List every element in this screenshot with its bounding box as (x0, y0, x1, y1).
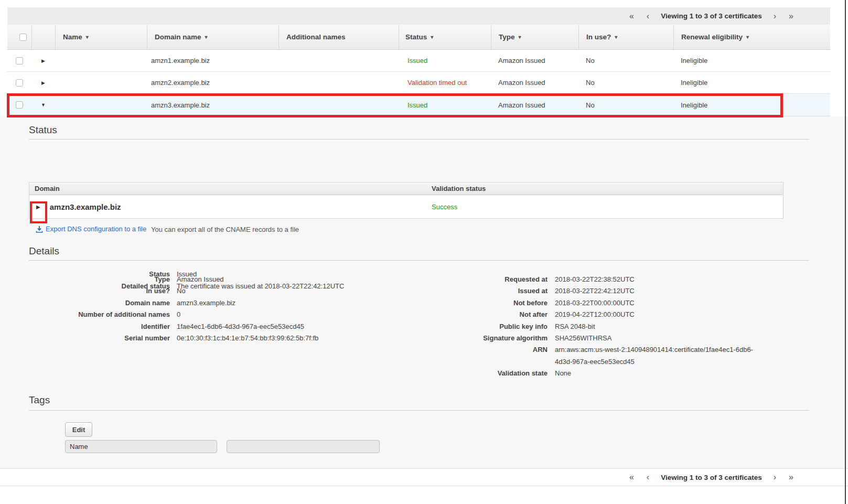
cell-additional-names (278, 72, 399, 93)
tag-value-field[interactable] (227, 440, 380, 453)
detail-value: SHA256WITHRSA (555, 333, 611, 344)
detail-value: 0 (177, 309, 180, 320)
select-all-checkbox[interactable] (19, 34, 27, 41)
detail-value: No (177, 285, 186, 297)
cell-status: Issued (399, 94, 491, 116)
detail-value: 0e:10:30:f3:1c:b4:1e:b7:54:bb:f3:99:62:5… (177, 333, 318, 344)
row-checkbox[interactable] (16, 101, 23, 109)
table-row-amzn2: ▶ amzn2.example.biz Validation timed out… (7, 72, 830, 94)
pagination: « ‹ Viewing 1 to 3 of 3 certificates › » (623, 473, 800, 481)
detail-value: amzn3.example.biz (177, 297, 235, 309)
last-page-icon[interactable]: » (782, 473, 800, 481)
domain-row: ▶ amzn3.example.biz Success (29, 195, 783, 218)
detail-value: RSA 2048-bit (555, 321, 595, 333)
detail-label: In use? (29, 285, 170, 297)
sort-icon: ▾ (431, 34, 433, 40)
domain-validation-table: Domain Validation status ▶ amzn3.example… (29, 182, 783, 219)
domain-name: amzn3.example.biz (50, 202, 121, 211)
cell-in-use: No (578, 72, 673, 93)
bottom-pagination-bar: « ‹ Viewing 1 to 3 of 3 certificates › » (0, 468, 848, 486)
row-checkbox[interactable] (16, 79, 23, 87)
detail-label: Signature algorithm (446, 333, 548, 344)
cell-additional-names (278, 50, 399, 71)
validation-status-value: Success (432, 203, 457, 211)
cell-in-use: No (578, 50, 673, 71)
detail-value: 2018-03-22T22:38:52UTC (555, 274, 635, 285)
sort-icon: ▾ (205, 34, 208, 40)
next-page-icon[interactable]: › (767, 12, 782, 20)
cell-status: Validation timed out (399, 72, 491, 93)
top-pagination-bar: « ‹ Viewing 1 to 3 of 3 certificates › » (7, 7, 830, 25)
export-hint-text: You can export all of the CNAME records … (151, 226, 299, 233)
detail-label: Public key info (446, 321, 548, 333)
detail-label: Domain name (29, 297, 170, 309)
cell-type: Amazon Issued (491, 72, 578, 93)
detail-label: Not after (446, 309, 548, 320)
pagination: « ‹ Viewing 1 to 3 of 3 certificates › » (623, 12, 800, 20)
pagination-label: Viewing 1 to 3 of 3 certificates (661, 474, 762, 481)
detail-label: ARN (446, 344, 548, 356)
domain-table-header: Domain Validation status (29, 183, 783, 195)
sort-icon: ▾ (746, 34, 749, 40)
expand-domain-icon[interactable]: ▶ (36, 204, 40, 210)
detail-label: Identifier (29, 321, 170, 333)
pagination-label: Viewing 1 to 3 of 3 certificates (661, 12, 762, 20)
detail-value: 2018-03-22T22:42:12UTC (555, 285, 635, 297)
detail-label: Not before (446, 297, 548, 309)
status-section-title: Status (29, 124, 57, 136)
sort-icon: ▾ (519, 34, 521, 40)
detail-label: Issued at (446, 285, 548, 297)
header-in-use[interactable]: In use?▾ (578, 25, 673, 49)
expand-row-icon[interactable]: ▶ (41, 58, 45, 63)
row-checkbox[interactable] (16, 57, 23, 65)
prev-page-icon[interactable]: ‹ (640, 473, 656, 481)
detail-value: Amazon Issued (177, 274, 224, 285)
header-renewal-eligibility[interactable]: Renewal eligibility▾ (673, 25, 830, 49)
cell-name (55, 50, 147, 71)
cell-renewal-eligibility: Ineligible (673, 72, 830, 93)
expand-header-cell (31, 25, 55, 49)
detail-label: Requested at (446, 274, 548, 285)
arn-value: arn:aws:acm:us-west-2:140948901414:certi… (555, 344, 760, 368)
prev-page-icon[interactable]: ‹ (640, 12, 656, 20)
right-window-edge (845, 0, 846, 504)
first-page-icon[interactable]: « (623, 12, 640, 20)
header-status[interactable]: Status▾ (399, 25, 491, 49)
validation-status-header: Validation status (432, 185, 486, 192)
header-name[interactable]: Name▾ (55, 25, 147, 49)
certificate-detail-panel: Status Status Issued Detailed status The… (0, 116, 848, 468)
identifier-link[interactable]: 1fae4ec1-6db6-4d3d-967a-eec5e53ecd45 (177, 321, 304, 333)
cell-domain-name: amzn3.example.biz (147, 94, 278, 116)
cell-name (55, 94, 147, 116)
details-left-column: TypeAmazon Issued In use?No Domain namea… (29, 274, 318, 344)
detail-label: Number of additional names (29, 309, 170, 320)
header-type[interactable]: Type▾ (491, 25, 578, 49)
tag-name-field[interactable] (65, 440, 217, 453)
export-dns-link[interactable]: Export DNS configuration to a file (36, 225, 146, 233)
domain-header: Domain (29, 185, 432, 192)
last-page-icon[interactable]: » (782, 12, 800, 20)
cell-type: Amazon Issued (491, 94, 578, 116)
sort-icon: ▾ (615, 34, 617, 40)
detail-value: None (555, 368, 571, 379)
detail-label: Validation state (446, 368, 548, 379)
cell-domain-name: amzn2.example.biz (147, 72, 278, 93)
expand-row-icon[interactable]: ▶ (41, 80, 45, 85)
header-domain-name[interactable]: Domain name▾ (147, 25, 278, 49)
cell-status: Issued (399, 50, 491, 71)
first-page-icon[interactable]: « (623, 473, 640, 481)
cell-renewal-eligibility: Ineligible (673, 50, 830, 71)
divider (29, 260, 809, 261)
next-page-icon[interactable]: › (767, 473, 782, 481)
edit-tags-button[interactable]: Edit (65, 422, 92, 437)
detail-label: Type (29, 274, 170, 285)
detail-value: 2018-03-22T00:00:00UTC (555, 297, 635, 309)
header-additional-names: Additional names (278, 25, 399, 49)
collapse-row-icon[interactable]: ▼ (41, 102, 46, 108)
cell-name (55, 72, 147, 93)
detail-value: 2019-04-22T12:00:00UTC (555, 309, 635, 320)
sort-icon: ▾ (86, 34, 89, 40)
details-right-column: Requested at2018-03-22T22:38:52UTC Issue… (446, 274, 760, 380)
tags-section-title: Tags (29, 394, 50, 406)
cell-additional-names (278, 94, 399, 116)
